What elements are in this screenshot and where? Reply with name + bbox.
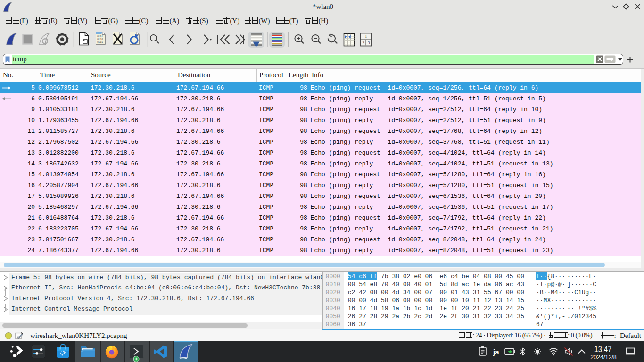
svg-text:ja: ja [493,348,499,356]
svg-text:0111: 0111 [97,41,103,44]
svg-text:1: 1 [365,34,367,39]
svg-text:3: 3 [368,41,370,45]
svg-text:2: 2 [363,41,365,45]
